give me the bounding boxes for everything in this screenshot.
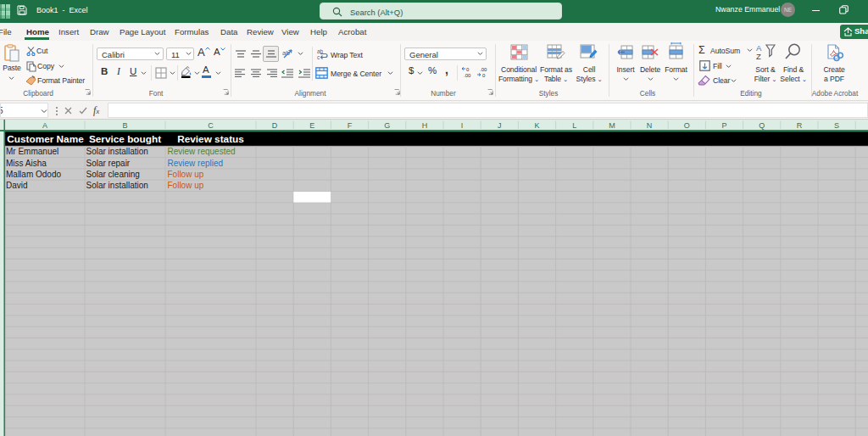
svg-text:.00: .00 [464, 73, 471, 78]
svg-text:B: B [122, 121, 127, 130]
svg-text:Review replied: Review replied [168, 159, 224, 168]
svg-text:.00: .00 [480, 67, 487, 72]
svg-text:K: K [534, 121, 539, 130]
svg-text:N: N [647, 121, 653, 130]
svg-text:J: J [498, 121, 502, 130]
svg-text:Solar repair: Solar repair [86, 159, 131, 168]
svg-text:Service bought: Service bought [89, 133, 161, 145]
svg-text:H: H [422, 121, 428, 130]
svg-text:R: R [797, 121, 803, 130]
svg-text:S: S [834, 121, 839, 130]
svg-text:A: A [42, 121, 47, 130]
svg-text:Review requested: Review requested [168, 147, 236, 156]
svg-text:Solar installation: Solar installation [86, 181, 148, 190]
svg-text:Solar cleaning: Solar cleaning [86, 170, 140, 179]
svg-text:Review status: Review status [177, 133, 244, 145]
svg-text:David: David [6, 181, 28, 190]
svg-text:Customer Name: Customer Name [7, 133, 84, 145]
svg-text:Follow up: Follow up [168, 181, 204, 190]
svg-text:D: D [272, 121, 278, 130]
svg-text:Q: Q [759, 121, 765, 130]
svg-text:0: 0 [482, 73, 486, 78]
svg-text:I: I [461, 121, 464, 130]
svg-text:Follow up: Follow up [168, 170, 204, 179]
svg-text:c: c [317, 54, 320, 59]
svg-text:0: 0 [466, 67, 470, 72]
svg-text:Z: Z [756, 52, 761, 61]
svg-text:Mr Emmanuel: Mr Emmanuel [6, 147, 58, 156]
svg-text:O: O [684, 121, 690, 130]
svg-text:M: M [609, 121, 615, 130]
svg-text:L: L [572, 121, 576, 130]
svg-text:Mallam Ododo: Mallam Ododo [6, 170, 61, 179]
svg-text:E: E [309, 121, 314, 130]
svg-text:G: G [384, 121, 390, 130]
svg-text:Solar installation: Solar installation [86, 147, 148, 156]
svg-text:F: F [348, 121, 353, 130]
svg-text:P: P [721, 121, 726, 130]
svg-text:C: C [208, 121, 214, 130]
svg-text:Miss Aisha: Miss Aisha [6, 159, 47, 168]
